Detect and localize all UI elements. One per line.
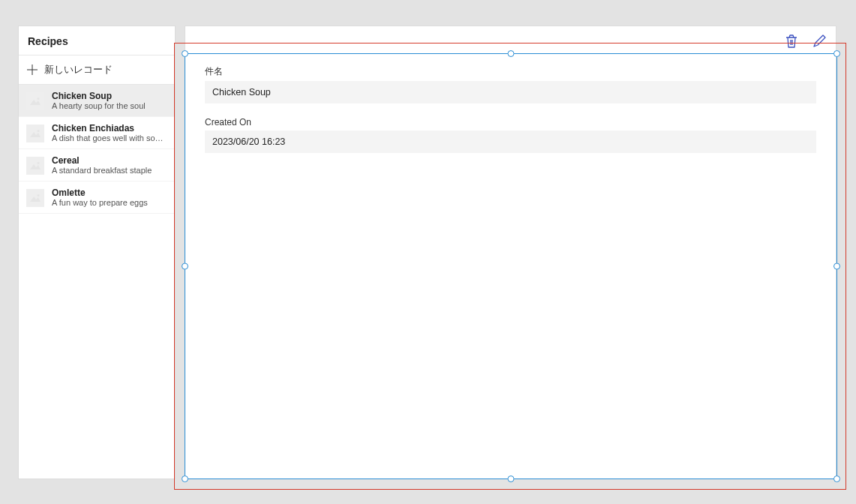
list-item[interactable]: Chicken Enchiadas A dish that goes well … <box>19 117 175 149</box>
field-label-subject: 件名 <box>205 65 816 78</box>
list-item-subtitle: A standard breakfast staple <box>52 166 152 175</box>
record-list: Chicken Soup A hearty soup for the soul … <box>19 85 175 478</box>
sidebar: Recipes 新しいレコード Chicken Soup A hearty so… <box>18 26 176 479</box>
list-item[interactable]: Omlette A fun way to prepare eggs <box>19 182 175 214</box>
list-item-title: Cereal <box>52 155 152 166</box>
list-item-title: Chicken Soup <box>52 91 146 101</box>
svg-point-11 <box>38 194 40 196</box>
pencil-icon[interactable] <box>812 34 827 52</box>
list-item-text: Omlette A fun way to prepare eggs <box>52 188 148 207</box>
image-placeholder-icon <box>26 92 44 110</box>
image-placeholder-icon <box>26 157 44 175</box>
list-item-text: Chicken Soup A hearty soup for the soul <box>52 91 146 110</box>
trash-icon[interactable] <box>785 34 798 52</box>
detail-form: 件名 Chicken Soup Created On 2023/06/20 16… <box>205 65 816 166</box>
app-root: Recipes 新しいレコード Chicken Soup A hearty so… <box>18 26 836 479</box>
plus-icon <box>26 64 38 76</box>
new-record-button[interactable]: 新しいレコード <box>19 56 175 85</box>
svg-point-8 <box>38 162 40 164</box>
list-item-title: Omlette <box>52 188 148 198</box>
image-placeholder-icon <box>26 189 44 207</box>
svg-point-5 <box>38 130 40 132</box>
list-item-subtitle: A dish that goes well with sour cream <box>52 134 167 142</box>
list-item[interactable]: Cereal A standard breakfast staple <box>19 149 175 182</box>
field-value-subject[interactable]: Chicken Soup <box>205 81 816 104</box>
new-record-label: 新しいレコード <box>44 63 113 76</box>
detail-pane: 件名 Chicken Soup Created On 2023/06/20 16… <box>185 26 836 479</box>
list-item-subtitle: A hearty soup for the soul <box>52 101 146 110</box>
list-item-text: Cereal A standard breakfast staple <box>52 155 152 175</box>
detail-toolbar <box>785 34 827 52</box>
field-label-created-on: Created On <box>205 117 816 128</box>
list-item-title: Chicken Enchiadas <box>52 123 167 134</box>
list-item-subtitle: A fun way to prepare eggs <box>52 198 148 207</box>
image-placeholder-icon <box>26 124 44 142</box>
svg-point-2 <box>38 98 40 100</box>
list-item-text: Chicken Enchiadas A dish that goes well … <box>52 123 167 142</box>
list-item[interactable]: Chicken Soup A hearty soup for the soul <box>19 85 175 117</box>
sidebar-title: Recipes <box>19 26 175 56</box>
field-value-created-on[interactable]: 2023/06/20 16:23 <box>205 130 816 153</box>
